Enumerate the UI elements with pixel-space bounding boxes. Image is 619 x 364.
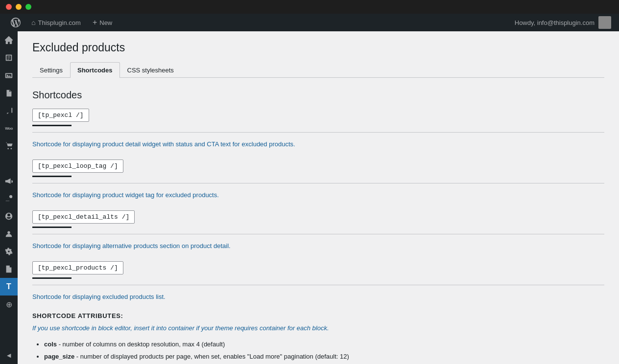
section-title: Shortcodes bbox=[32, 90, 604, 101]
shortcode-code-2[interactable]: [tp_pexcl_loop_tag /] bbox=[32, 159, 123, 173]
close-button[interactable] bbox=[6, 4, 12, 10]
shortcode-underline-2 bbox=[32, 176, 71, 177]
attributes-list: cols - number of columns on desktop reso… bbox=[32, 339, 604, 364]
admin-bar: ⌂ Thisplugin.com + New Howdy, info@thisp… bbox=[0, 14, 619, 31]
shortcode-desc-3: Shortcode for displaying alternative pro… bbox=[32, 242, 604, 250]
shortcode-desc-4: Shortcode for displaying excluded produc… bbox=[32, 293, 604, 300]
title-bar bbox=[0, 0, 619, 14]
shortcode-code-4[interactable]: [tp_pexcl_products /] bbox=[32, 261, 123, 274]
shortcode-block-1: [tp_pexcl /] Shortcode for displaying pr… bbox=[32, 109, 604, 148]
shortcode-code-3[interactable]: [tp_pexcl_detail_alts /] bbox=[32, 210, 135, 224]
minimize-button[interactable] bbox=[16, 4, 22, 10]
sidebar-item-integrations[interactable]: ⊕ bbox=[0, 296, 18, 313]
divider-4 bbox=[32, 285, 604, 285]
divider-1 bbox=[32, 132, 604, 133]
maximize-button[interactable] bbox=[25, 4, 31, 10]
tab-settings[interactable]: Settings bbox=[32, 62, 70, 78]
shortcode-desc-2: Shortcode for displaying product widget … bbox=[32, 191, 604, 199]
sidebar-item-settings[interactable] bbox=[0, 243, 18, 260]
sidebar-item-appearance[interactable] bbox=[0, 207, 18, 225]
shortcode-underline-1 bbox=[32, 125, 71, 126]
sidebar: Woo bbox=[0, 31, 18, 364]
content-area: Excluded products Settings Shortcodes CS… bbox=[18, 31, 619, 364]
divider-2 bbox=[32, 183, 604, 183]
sidebar-item-dashboard[interactable] bbox=[0, 31, 18, 49]
shortcode-underline-4 bbox=[32, 277, 71, 279]
sidebar-item-media[interactable] bbox=[0, 67, 18, 84]
list-item: cols - number of columns on desktop reso… bbox=[44, 339, 604, 350]
shortcode-block-3: [tp_pexcl_detail_alts /] Shortcode for d… bbox=[32, 210, 604, 250]
sidebar-item-marketing[interactable] bbox=[0, 172, 18, 190]
sidebar-item-products[interactable] bbox=[0, 137, 18, 155]
plus-icon: + bbox=[93, 18, 97, 27]
attr-desc-cols: - number of columns on desktop resolutio… bbox=[59, 341, 225, 348]
attr-desc-page-size: - number of displayed products per page,… bbox=[76, 353, 349, 360]
main-layout: Woo bbox=[0, 31, 619, 364]
tab-css-stylesheets[interactable]: CSS stylesheets bbox=[120, 62, 181, 78]
user-greeting: Howdy, info@thisplugin.com bbox=[515, 19, 595, 26]
sidebar-item-pages[interactable] bbox=[0, 84, 18, 102]
sidebar-item-analytics[interactable] bbox=[0, 155, 18, 172]
page-title: Excluded products bbox=[32, 41, 604, 54]
sidebar-item-users[interactable] bbox=[0, 225, 18, 243]
attributes-title: SHORTCODE ATTRIBUTES: bbox=[32, 312, 604, 319]
attr-key-cols: cols bbox=[44, 341, 57, 348]
avatar[interactable] bbox=[598, 16, 611, 29]
sidebar-item-plugins[interactable] bbox=[0, 260, 18, 278]
divider-3 bbox=[32, 234, 604, 234]
collapse-icon: ◀ bbox=[7, 352, 11, 359]
new-content-item[interactable]: + New bbox=[87, 14, 118, 31]
shortcode-block-4: [tp_pexcl_products /] Shortcode for disp… bbox=[32, 261, 604, 300]
tabs-navigation: Settings Shortcodes CSS stylesheets bbox=[32, 62, 604, 78]
sidebar-item-active-plugin[interactable]: T bbox=[0, 278, 18, 296]
sidebar-item-woocommerce[interactable]: Woo bbox=[0, 119, 18, 137]
site-name-item[interactable]: ⌂ Thisplugin.com bbox=[25, 14, 87, 31]
attributes-note: If you use shortcode in block editor, in… bbox=[32, 324, 604, 332]
site-name-label: Thisplugin.com bbox=[38, 19, 80, 26]
plugin-t-label: T bbox=[6, 282, 11, 291]
sidebar-collapse-button[interactable]: ◀ bbox=[0, 346, 18, 364]
list-item: page_size - number of displayed products… bbox=[44, 351, 604, 362]
svg-point-0 bbox=[7, 231, 10, 234]
shortcode-block-2: [tp_pexcl_loop_tag /] Shortcode for disp… bbox=[32, 159, 604, 199]
integrations-symbol: ⊕ bbox=[6, 300, 12, 309]
sidebar-item-posts[interactable] bbox=[0, 49, 18, 67]
sidebar-item-comments[interactable] bbox=[0, 102, 18, 119]
woo-label: Woo bbox=[5, 126, 13, 131]
wp-logo-icon[interactable] bbox=[8, 14, 24, 31]
shortcode-code-1[interactable]: [tp_pexcl /] bbox=[32, 109, 89, 122]
tab-shortcodes[interactable]: Shortcodes bbox=[70, 62, 120, 78]
new-content-label: New bbox=[99, 19, 112, 26]
sidebar-item-tools[interactable] bbox=[0, 190, 18, 207]
home-icon: ⌂ bbox=[31, 19, 35, 26]
attr-key-page-size: page_size bbox=[44, 353, 74, 360]
attributes-section: SHORTCODE ATTRIBUTES: If you use shortco… bbox=[32, 312, 604, 364]
shortcode-desc-1: Shortcode for displaying product detail … bbox=[32, 140, 604, 148]
shortcode-underline-3 bbox=[32, 227, 71, 228]
